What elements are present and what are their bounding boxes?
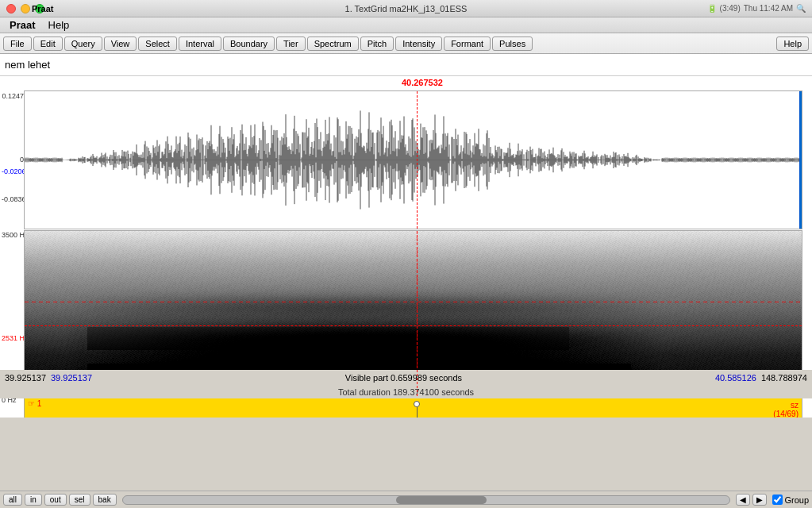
minimize-button[interactable] (21, 4, 30, 13)
amp-min-label: -0.08365 (2, 195, 24, 203)
boundary-menu[interactable]: Boundary (223, 37, 275, 51)
window-title: 1. TextGrid ma2HK_j13_01ESS (345, 4, 468, 13)
spectrum-menu[interactable]: Spectrum (307, 37, 359, 51)
status-bar2: Total duration 189.374100 seconds (0, 386, 812, 398)
amp-max-label: 0.1247 (2, 92, 24, 100)
interval-menu[interactable]: Interval (179, 37, 221, 51)
battery-icon: 🔋 (707, 4, 717, 13)
prev-button[interactable]: ◀ (736, 494, 750, 506)
clock: (3:49) (720, 4, 741, 13)
title-bar: Praat 1. TextGrid ma2HK_j13_01ESS 🔋 (3:4… (0, 0, 812, 17)
group-checkbox[interactable] (772, 495, 783, 505)
scroll-track[interactable] (122, 495, 731, 505)
total-duration-text: Total duration 189.374100 seconds (338, 387, 474, 397)
textgrid-cursor-dot (414, 401, 420, 407)
close-button[interactable] (6, 4, 16, 13)
in-button[interactable]: in (25, 494, 42, 506)
view-menu[interactable]: View (104, 37, 137, 51)
search-icon[interactable]: 🔍 (796, 4, 806, 13)
menubar-help[interactable]: Help (42, 17, 76, 33)
query-menu[interactable]: Query (64, 37, 102, 51)
app-name: Praat (32, 4, 54, 13)
file-menu[interactable]: File (3, 37, 32, 51)
all-button[interactable]: all (3, 494, 22, 506)
waveform-canvas (25, 91, 802, 229)
waveform-cursor (417, 91, 418, 229)
pulses-menu[interactable]: Pulses (492, 37, 533, 51)
textgrid-right-label: sz(14/69) (773, 401, 799, 418)
total-end-time: 148.788974 (761, 373, 807, 383)
spectrogram-cursor (417, 231, 418, 396)
amp-blue-label: -0.02069 (2, 167, 24, 175)
freq-marker-line (25, 325, 802, 326)
cursor-time-label: 40.267532 (402, 78, 443, 87)
visible-start-time: 39.925137 (51, 373, 92, 383)
tier-label: ☞ 1 (28, 399, 41, 408)
amp-zero-label: 0 (2, 156, 24, 164)
annotation-input[interactable] (5, 59, 807, 71)
textgrid-cursor-line (417, 407, 418, 418)
tier-menu[interactable]: Tier (276, 37, 306, 51)
waveform-panel[interactable] (24, 90, 802, 229)
visualization-area[interactable]: 40.267532 0.1247 0 -0.02069 -0.08365 (0, 76, 812, 418)
waveform-right-marker (800, 91, 802, 229)
help-button[interactable]: Help (776, 37, 809, 51)
status-bar: 39.925137 39.925137 Visible part 0.65998… (0, 370, 812, 386)
sel-button[interactable]: sel (69, 494, 90, 506)
menubar-praat[interactable]: Praat (3, 17, 42, 33)
total-start-time: 39.925137 (5, 373, 46, 383)
app-menubar: Praat Help (0, 17, 812, 33)
group-label: Group (784, 495, 809, 505)
textgrid-panel[interactable]: ☞ 1 nem lehet sz(14/69) (24, 397, 802, 418)
status-left: 39.925137 39.925137 (5, 373, 92, 383)
formant-menu[interactable]: Formant (444, 37, 491, 51)
edit-menu[interactable]: Edit (33, 37, 63, 51)
text-input-area (0, 54, 812, 76)
group-control[interactable]: Group (772, 495, 809, 505)
visible-part-text: Visible part 0.659989 seconds (345, 373, 462, 383)
out-button[interactable]: out (44, 494, 67, 506)
visible-end-time: 40.585126 (715, 373, 756, 383)
bottom-controls: all in out sel bak ◀ ▶ Group (0, 491, 812, 508)
datetime: Thu 11:42 AM (744, 4, 793, 13)
select-menu[interactable]: Select (138, 37, 177, 51)
system-icons: 🔋 (3:49) Thu 11:42 AM 🔍 (707, 4, 806, 13)
bak-button[interactable]: bak (93, 494, 117, 506)
pitch-menu[interactable]: Pitch (360, 37, 394, 51)
scroll-thumb[interactable] (396, 496, 487, 504)
status-right: 40.585126 148.788974 (715, 373, 807, 383)
next-button[interactable]: ▶ (752, 494, 767, 506)
main-toolbar: File Edit Query View Select Interval Bou… (0, 33, 812, 54)
intensity-menu[interactable]: Intensity (395, 37, 442, 51)
